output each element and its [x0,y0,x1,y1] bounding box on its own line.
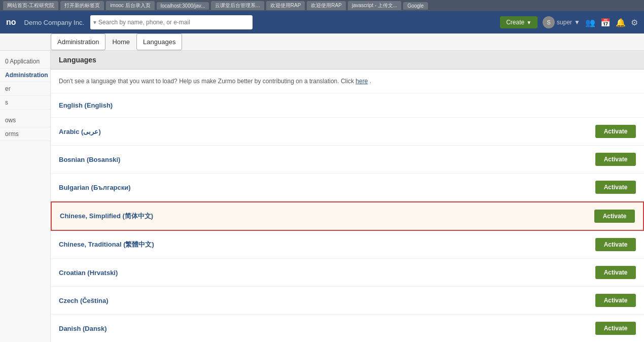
main-layout: 0 Application Administration er s ows or… [0,51,644,342]
activate-btn-1[interactable]: Activate [595,125,636,138]
sidebar-item-s[interactable]: s [0,96,50,110]
sidebar-item-administration[interactable]: Administration [0,69,50,82]
browser-tab-3[interactable]: imooc 后台录入页 [106,1,154,10]
bell-icon[interactable]: 🔔 [616,18,626,27]
lang-name-5: Chinese, Traditional (繁體中文) [59,240,595,249]
settings-icon[interactable]: ⚙ [631,18,638,27]
nav-administration[interactable]: Administration [51,33,105,50]
sidebar-divider [0,110,50,114]
browser-tab-6[interactable]: 欢迎使用RAP [266,1,305,10]
user-name: super [557,19,572,26]
lang-name-7: Czech (Čeština) [59,297,595,304]
lang-row-2: Bosnian (Bosanski)Activate [51,146,644,174]
lang-name-0: English (English) [59,101,636,109]
avatar: S [543,16,555,28]
sidebar-item-ows[interactable]: ows [0,114,50,127]
browser-tab-8[interactable]: javascript - 上传文... [348,1,401,10]
info-text-after: . [370,78,371,85]
create-arrow-icon: ▼ [526,20,531,25]
activate-btn-7[interactable]: Activate [595,294,636,307]
browser-tab-2[interactable]: 打开新的标签页 [60,1,104,10]
calendar-icon[interactable]: 📅 [600,18,611,27]
lang-row-3: Bulgarian (Български)Activate [51,174,644,201]
browser-tab-7[interactable]: 欢迎使用RAP [307,1,346,10]
nav-home[interactable]: Home [105,33,136,50]
lang-row-7: Czech (Čeština)Activate [51,287,644,315]
sidebar-item-er[interactable]: er [0,82,50,96]
language-list: English (English)Arabic (عربى)ActivateBo… [51,93,644,342]
sidebar-item-application[interactable]: 0 Application [0,55,50,69]
info-link[interactable]: here [355,78,368,85]
lang-row-6: Croatian (Hrvatski)Activate [51,259,644,287]
lang-row-8: Danish (Dansk)Activate [51,315,644,342]
browser-tabs-bar: 网站首页-工程研究院 打开新的标签页 imooc 后台录入页 localhost… [0,0,644,11]
lang-name-8: Danish (Dansk) [59,325,595,332]
info-text-before: Don't see a language that you want to lo… [59,78,354,85]
browser-tab-4[interactable]: localhost:3000/jav... [157,2,209,10]
lang-row-0: English (English) [51,93,644,118]
lang-name-6: Croatian (Hrvatski) [59,269,595,277]
browser-tab-9[interactable]: Google [403,2,427,10]
activate-btn-8[interactable]: Activate [595,322,636,335]
lang-name-3: Bulgarian (Български) [59,184,595,191]
sidebar-item-orms[interactable]: orms [0,127,50,141]
browser-tab-1[interactable]: 网站首页-工程研究院 [3,1,58,10]
lang-name-1: Arabic (عربى) [59,128,595,135]
lang-name-4: Chinese, Simplified (简体中文) [60,212,594,221]
header-right: Create ▼ S super ▼ 👥 📅 🔔 ⚙ [500,16,638,28]
app-logo: no [6,18,16,27]
lang-row-5: Chinese, Traditional (繁體中文)Activate [51,231,644,259]
search-icon: ▾ [93,19,96,26]
person-icon[interactable]: 👥 [585,18,595,27]
search-input[interactable] [98,19,249,26]
sidebar: 0 Application Administration er s ows or… [0,51,51,342]
nav-bar: Administration Home Languages [0,33,644,51]
main-content: Languages Don't see a language that you … [51,51,644,342]
user-profile[interactable]: S super ▼ [543,16,580,28]
activate-btn-4[interactable]: Activate [594,210,635,223]
section-title: Languages [51,51,644,70]
create-button[interactable]: Create ▼ [500,16,538,28]
create-label: Create [506,19,524,26]
user-dropdown-icon: ▼ [574,19,580,26]
nav-languages[interactable]: Languages [136,33,182,50]
company-name: Demo Company Inc. [24,19,85,26]
app-header: no Demo Company Inc. ▾ Create ▼ S super … [0,11,644,33]
search-container: ▾ [90,15,253,29]
activate-btn-6[interactable]: Activate [595,266,636,279]
activate-btn-3[interactable]: Activate [595,181,636,194]
activate-btn-5[interactable]: Activate [595,238,636,251]
info-message: Don't see a language that you want to lo… [51,70,644,93]
lang-row-1: Arabic (عربى)Activate [51,118,644,146]
lang-row-4: Chinese, Simplified (简体中文)Activate [51,201,644,231]
browser-tab-5[interactable]: 云课堂后台管理系... [211,1,264,10]
lang-name-2: Bosnian (Bosanski) [59,156,595,163]
activate-btn-2[interactable]: Activate [595,153,636,166]
